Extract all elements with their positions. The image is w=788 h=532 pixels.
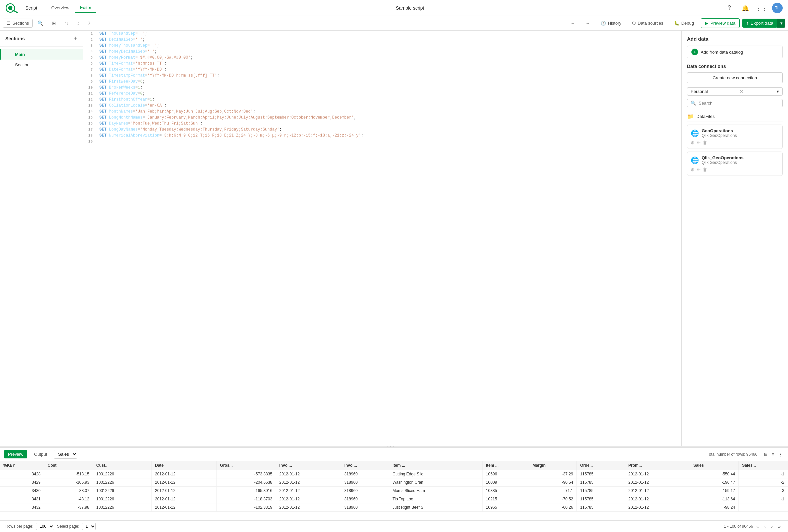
pagination-left: Rows per page: 100 Select page: 1 bbox=[5, 523, 96, 530]
grid-view-button[interactable]: ⊞ bbox=[763, 450, 769, 458]
edit-connection-button[interactable]: ✏ bbox=[697, 167, 701, 172]
table-cell: 115785 bbox=[577, 470, 625, 478]
add-from-catalog-button[interactable]: + Add from data catalog bbox=[687, 46, 783, 58]
svg-point-1 bbox=[8, 6, 13, 10]
table-cell: Cutting Edge Slic bbox=[389, 470, 482, 478]
search-button[interactable]: 🔍 bbox=[34, 18, 47, 28]
col-header-order[interactable]: Orde... bbox=[577, 461, 625, 470]
col-header-cost[interactable]: Cost bbox=[44, 461, 93, 470]
sidebar-item-section[interactable]: ⋮⋮ Section 🗑 bbox=[0, 60, 83, 70]
preview-data-button[interactable]: ▶ Preview data bbox=[701, 18, 740, 28]
expand-button[interactable]: ↕ bbox=[74, 18, 83, 28]
clear-filter-icon[interactable]: ✕ bbox=[740, 89, 743, 94]
folder-label: DataFiles bbox=[696, 114, 715, 119]
collapse-button[interactable]: ↑↓ bbox=[61, 18, 72, 28]
minimap-button[interactable]: ⊞ bbox=[48, 18, 59, 28]
table-cell: 2012-01-12 bbox=[625, 495, 690, 503]
first-page-button[interactable]: « bbox=[754, 523, 761, 530]
select-connection-button[interactable]: ⊕ bbox=[691, 140, 695, 145]
table-cell: 2012-01-12 bbox=[152, 495, 217, 503]
export-dropdown-button[interactable]: ▾ bbox=[777, 19, 785, 28]
table-cell: 2012-01-12 bbox=[625, 478, 690, 487]
data-sources-button[interactable]: ⬡ Data sources bbox=[628, 19, 667, 28]
col-header-gross[interactable]: Gros... bbox=[217, 461, 276, 470]
nav-tab-overview[interactable]: Overview bbox=[47, 3, 74, 13]
list-view-button[interactable]: ≡ bbox=[770, 450, 776, 458]
col-header-salesn[interactable]: Sales... bbox=[739, 461, 788, 470]
table-header-row: %KEY Cost Cust... Date Gros... Invoi... … bbox=[0, 461, 788, 470]
datafiles-folder[interactable]: 📁 DataFiles bbox=[687, 111, 783, 122]
sidebar-items: ⋮⋮ Main 🗑 ⋮⋮ Section 🗑 bbox=[0, 47, 83, 446]
col-header-item2[interactable]: Item ... bbox=[482, 461, 529, 470]
nav-tab-editor[interactable]: Editor bbox=[75, 3, 96, 13]
conn-sub: Qlik GeoOperations bbox=[702, 160, 744, 165]
table-row: 3431-43.12100122262012-01-12-118.3703201… bbox=[0, 495, 788, 503]
line-content: SET MonthNames='Jan;Feb;Mar;Apr;May;Jun;… bbox=[97, 108, 681, 115]
col-header-key[interactable]: %KEY bbox=[0, 461, 44, 470]
line-number: 16 bbox=[83, 121, 97, 127]
add-section-button[interactable]: + bbox=[74, 35, 78, 42]
col-header-inv1[interactable]: Invoi... bbox=[276, 461, 341, 470]
notifications-button[interactable]: 🔔 bbox=[740, 3, 751, 13]
table-cell: 10012226 bbox=[93, 495, 151, 503]
table-cell: 3431 bbox=[0, 495, 44, 503]
code-line: 5SET MoneyFormat='$#,##0.00;-$#,##0.00'; bbox=[83, 55, 681, 61]
col-header-prom[interactable]: Prom... bbox=[625, 461, 690, 470]
delete-connection-button[interactable]: 🗑 bbox=[703, 167, 707, 172]
help-button[interactable]: ? bbox=[724, 3, 735, 13]
conn-sub: Qlik GeoOperations bbox=[702, 133, 737, 138]
table-select[interactable]: Sales bbox=[54, 450, 77, 459]
export-data-button[interactable]: ↑ Export data bbox=[742, 19, 777, 28]
code-editor[interactable]: 1SET ThousandSep=',';2SET DecimalSep='.'… bbox=[83, 30, 681, 446]
line-content: SET CollationLocale='en-CA'; bbox=[97, 103, 681, 108]
filter-value: Personal bbox=[691, 89, 708, 94]
col-header-date[interactable]: Date bbox=[152, 461, 217, 470]
next-page-button[interactable]: › bbox=[769, 523, 775, 530]
delete-connection-button[interactable]: 🗑 bbox=[703, 140, 707, 145]
prev-page-button[interactable]: ‹ bbox=[762, 523, 768, 530]
filter-select[interactable]: Personal ✕ ▾ bbox=[687, 87, 783, 96]
col-header-inv2[interactable]: Invoi... bbox=[341, 461, 389, 470]
table-cell: -98.24 bbox=[690, 503, 739, 512]
globe-icon: 🌐 bbox=[691, 129, 699, 137]
sections-toggle-button[interactable]: ☰ Sections bbox=[3, 19, 33, 28]
table-cell: Washington Cran bbox=[389, 478, 482, 487]
debug-button[interactable]: 🐛 Debug bbox=[670, 19, 698, 28]
col-header-item1[interactable]: Item ... bbox=[389, 461, 482, 470]
last-page-button[interactable]: » bbox=[776, 523, 783, 530]
page-select[interactable]: 1 bbox=[82, 523, 96, 530]
col-header-cust[interactable]: Cust... bbox=[93, 461, 151, 470]
table-cell: 115785 bbox=[577, 503, 625, 512]
preview-tab-button[interactable]: Preview bbox=[4, 450, 27, 458]
table-cell: 115785 bbox=[577, 495, 625, 503]
line-content: SET DateFormat='YYYY-MM-DD'; bbox=[97, 67, 681, 73]
redo-button[interactable]: → bbox=[582, 19, 594, 28]
line-content: SET ThousandSep=','; bbox=[97, 30, 681, 37]
search-input[interactable] bbox=[699, 101, 779, 106]
sidebar-item-main[interactable]: ⋮⋮ Main 🗑 bbox=[0, 49, 83, 60]
data-connections-title: Data connections bbox=[687, 64, 783, 69]
table-cell: 10215 bbox=[482, 495, 529, 503]
rows-per-page-select[interactable]: 100 bbox=[36, 523, 54, 530]
help-code-button[interactable]: ? bbox=[84, 18, 93, 28]
apps-button[interactable]: ⋮⋮ bbox=[756, 3, 767, 13]
output-tab-button[interactable]: Output bbox=[30, 450, 51, 458]
col-header-margin[interactable]: Margin bbox=[529, 461, 577, 470]
table-cell: 318960 bbox=[341, 487, 389, 495]
col-header-sales[interactable]: Sales bbox=[690, 461, 739, 470]
globe-icon: 🌐 bbox=[691, 156, 699, 164]
chevron-down-icon: ▾ bbox=[777, 89, 779, 94]
table-cell: -113.64 bbox=[690, 495, 739, 503]
select-connection-button[interactable]: ⊕ bbox=[691, 167, 695, 172]
conn-header: 🌐 Qlik_GeoOperations Qlik GeoOperations bbox=[691, 155, 779, 165]
create-connection-button[interactable]: Create new connection bbox=[687, 72, 783, 83]
column-view-button[interactable]: ⋮ bbox=[777, 450, 784, 458]
history-button[interactable]: 🕐 History bbox=[597, 19, 625, 28]
line-content: SET NumericalAbbreviation='3:k;6:M;9:G;1… bbox=[97, 132, 681, 139]
edit-connection-button[interactable]: ✏ bbox=[697, 140, 701, 145]
nav-right: ? 🔔 ⋮⋮ TL bbox=[724, 3, 783, 13]
undo-button[interactable]: ← bbox=[567, 19, 579, 28]
editor-area: 1SET ThousandSep=',';2SET DecimalSep='.'… bbox=[83, 30, 681, 446]
table-cell: -513.15 bbox=[44, 470, 93, 478]
avatar[interactable]: TL bbox=[772, 3, 783, 13]
